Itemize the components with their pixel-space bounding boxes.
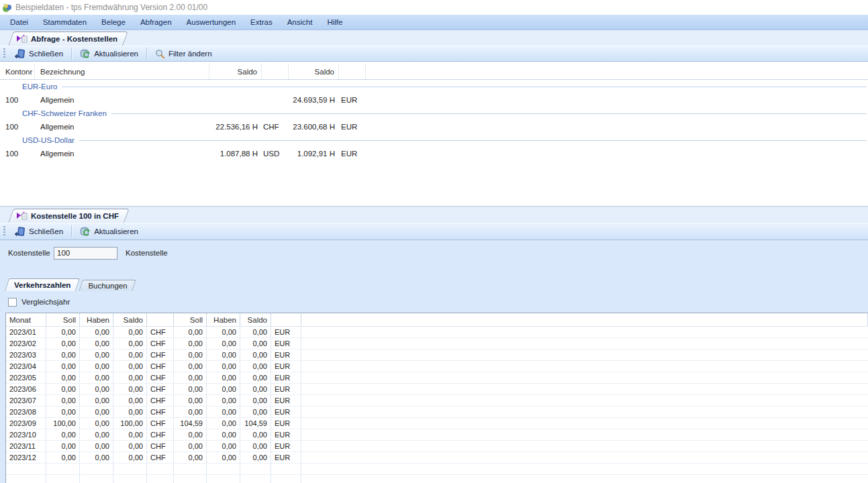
grid-cell: EUR [271, 327, 301, 337]
grid-row[interactable]: 2023/030,000,000,00CHF0,000,000,00EUR [6, 350, 868, 361]
header-bezeichnung[interactable]: Bezeichnung [35, 64, 209, 79]
tab-abfrage-kostenstellen[interactable]: Abfrage - Kostenstellen [11, 32, 126, 46]
menu-item-ansicht[interactable]: Ansicht [280, 16, 320, 28]
grid-row-filler [301, 384, 868, 394]
header-currency-2 [339, 64, 366, 79]
grid-cell [207, 475, 240, 483]
toolbar-grip[interactable] [3, 226, 5, 237]
vergleichsjahr-checkbox[interactable] [8, 298, 17, 307]
menu-item-auswertungen[interactable]: Auswertungen [179, 16, 244, 28]
grid-row[interactable]: 2023/070,000,000,00CHF0,000,000,00EUR [6, 395, 868, 407]
tab-verkehrszahlen[interactable]: Verkehrszahlen [7, 278, 78, 291]
detail-tab-strip: Kostenstelle 100 in CHF [0, 206, 868, 223]
grid-row[interactable]: 2023/110,000,000,00CHF0,000,000,00EUR [6, 441, 868, 452]
group-divider-line [111, 113, 867, 114]
grid-row[interactable]: 2023/020,000,000,00CHF0,000,000,00EUR [6, 338, 868, 350]
vergleichsjahr-label: Vergleichsjahr [21, 298, 70, 306]
grid-header-cell[interactable]: Soll [174, 313, 207, 326]
table-row[interactable]: 100Allgemein1.087,88 HUSD1.092,91 HEUR [0, 147, 868, 160]
grid-header-cell[interactable]: Saldo [113, 313, 147, 326]
table-row[interactable]: 100Allgemein24.693,59 HEUR [0, 93, 868, 107]
grid-row[interactable]: 2023/080,000,000,00CHF0,000,000,00EUR [6, 407, 868, 418]
kostenstelle-input[interactable] [54, 247, 117, 260]
cell-kontonr: 100 [0, 96, 35, 104]
query-content: Kontonr Bezeichnung Saldo Saldo EUR-Euro… [0, 62, 868, 206]
menu-item-datei[interactable]: Datei [3, 16, 36, 28]
grid-row[interactable]: 2023/040,000,000,00CHF0,000,000,00EUR [6, 361, 868, 372]
grid-cell: 2023/11 [6, 441, 46, 451]
header-saldo-2[interactable]: Saldo [289, 64, 339, 79]
grid-cell: 2023/09 [6, 418, 46, 429]
filter-button[interactable]: Filter ändern [149, 47, 218, 61]
grid-cell: 0,00 [113, 384, 147, 394]
grid-row[interactable]: 2023/060,000,000,00CHF0,000,000,00EUR [6, 384, 868, 395]
grid-row-filler [301, 338, 868, 349]
grid-cell: 0,00 [240, 429, 271, 440]
menu-item-belege[interactable]: Belege [94, 16, 133, 28]
query-tab-icon [16, 34, 28, 44]
grid-cell: 0,00 [174, 350, 207, 360]
refresh-button[interactable]: Aktualisieren [74, 225, 144, 239]
table-row[interactable]: 100Allgemein22.536,16 HCHF23.600,68 HEUR [0, 120, 868, 133]
grid-header-cell[interactable]: Monat [6, 313, 46, 326]
grid-cell [147, 475, 174, 483]
toolbar-grip[interactable] [3, 48, 5, 59]
menu-bar: DateiStammdatenBelegeAbfragenAuswertunge… [0, 15, 868, 30]
grid-cell: 0,00 [80, 418, 113, 429]
grid-cell: CHF [147, 407, 174, 417]
grid-header: MonatSollHabenSaldoSollHabenSaldo [6, 313, 868, 327]
grid-row[interactable]: 2023/120,000,000,00CHF0,000,000,00EUR [6, 452, 868, 464]
grid-row[interactable]: 2023/09100,000,00100,00CHF104,590,00104,… [6, 418, 868, 429]
refresh-button[interactable]: Aktualisieren [74, 47, 144, 61]
header-kontonr[interactable]: Kontonr [0, 64, 35, 79]
grid-row[interactable]: 2023/100,000,000,00CHF0,000,000,00EUR [6, 429, 868, 441]
grid-row[interactable]: 2023/010,000,000,00CHF0,000,000,00EUR [6, 327, 868, 338]
tab-buchungen[interactable]: Buchungen [81, 280, 134, 291]
grid-cell: 2023/06 [6, 384, 46, 394]
grid-cell: 2023/01 [6, 327, 46, 337]
header-saldo-1[interactable]: Saldo [209, 64, 262, 79]
grid-header-cell[interactable]: Soll [46, 313, 80, 326]
cell-currency2: EUR [339, 150, 366, 158]
grid-row[interactable] [6, 475, 868, 483]
menu-item-hilfe[interactable]: Hilfe [320, 16, 350, 28]
grid-header-cell[interactable]: Haben [207, 313, 240, 326]
cell-saldo2: 23.600,68 H [289, 123, 339, 131]
grid-cell: 0,00 [207, 429, 240, 440]
tab-label: Buchungen [88, 282, 127, 290]
menu-item-abfragen[interactable]: Abfragen [133, 16, 179, 28]
grid-cell: 0,00 [113, 395, 147, 406]
grid-header-cell [147, 313, 174, 326]
grid-cell: 0,00 [174, 372, 207, 383]
menu-item-extras[interactable]: Extras [243, 16, 280, 28]
grid-cell [240, 464, 271, 474]
currency-group-header: USD-US-Dollar [0, 133, 868, 147]
grid-row[interactable] [6, 464, 868, 475]
grid-row[interactable]: 2023/050,000,000,00CHF0,000,000,00EUR [6, 372, 868, 384]
grid-cell: EUR [271, 372, 301, 383]
grid-header-cell[interactable]: Haben [80, 313, 113, 326]
menu-item-stammdaten[interactable]: Stammdaten [36, 16, 94, 28]
grid-cell: 0,00 [240, 441, 271, 451]
close-button[interactable]: Schließen [9, 225, 69, 239]
grid-cell: 2023/02 [6, 338, 46, 349]
grid-cell [6, 464, 46, 474]
cell-bezeichnung: Allgemein [35, 96, 209, 104]
grid-row-filler [301, 429, 868, 440]
close-button[interactable]: Schließen [9, 47, 69, 61]
grid-row-filler [301, 350, 868, 360]
grid-row-filler [301, 475, 868, 483]
grid-header-filler [301, 313, 868, 326]
grid-cell: 0,00 [113, 338, 147, 349]
grid-header-cell [271, 313, 301, 326]
tab-kostenstelle-100[interactable]: Kostenstelle 100 in CHF [11, 209, 127, 223]
grid-cell [147, 464, 174, 474]
grid-cell [240, 475, 271, 483]
toolbar-separator [71, 48, 72, 60]
window-title: Beispieldaten - tps Fremdwährung Version… [15, 3, 207, 12]
grid-cell: CHF [147, 441, 174, 451]
grid-cell: EUR [271, 350, 301, 360]
title-bar: Beispieldaten - tps Fremdwährung Version… [0, 0, 868, 15]
grid-header-cell[interactable]: Saldo [240, 313, 271, 326]
grid-cell: 2023/10 [6, 429, 46, 440]
